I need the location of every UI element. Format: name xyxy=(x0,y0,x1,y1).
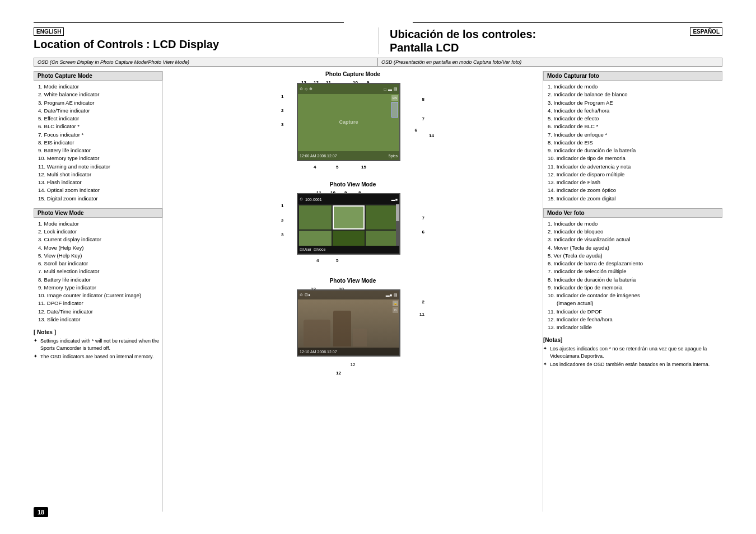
list-item: 8. EIS indicator xyxy=(38,139,162,147)
right-header: Ubicación de los controles: Pantalla LCD… xyxy=(378,27,722,54)
modo-capturar-section: Modo Capturar foto 1. Indicador de modo … xyxy=(543,71,722,203)
date-text: 12:00 AM 2006.12.07 xyxy=(300,154,337,158)
cam-icon-mem: ▤ xyxy=(394,87,398,91)
list-item: 12. Indicador de fecha/hora xyxy=(548,316,722,324)
list-item: 3. Program AE indicator xyxy=(38,99,162,107)
right-title-row: Ubicación de los controles: Pantalla LCD… xyxy=(390,27,722,54)
list-item: 5. View (Help Key) xyxy=(38,252,162,260)
note-item: The OSD indicators are based on internal… xyxy=(34,353,162,360)
list-item: 12. Multi shot indicator xyxy=(38,171,162,179)
modo-capturar-list: 1. Indicador de modo 2. Indicador de bal… xyxy=(543,83,722,203)
view-top-bar: ⊙ 100-0061 ▬■ xyxy=(298,194,399,204)
list-item: (imagen actual) xyxy=(548,299,722,307)
modo-ver-section: Modo Ver foto 1. Indicador de modo 2. In… xyxy=(543,208,722,332)
flash-indicator-item: 13. Flash indicator xyxy=(38,179,162,186)
top-border xyxy=(34,22,722,23)
view-label-v: ⊡Voce xyxy=(314,247,326,252)
notes-section: [ Notes ] Settings indicated with * will… xyxy=(34,329,162,360)
list-item: 9. Battery life indicator xyxy=(38,147,162,154)
osd-left: OSD (On Screen Display in Photo Capture … xyxy=(34,58,378,66)
ann2-5: 5 xyxy=(336,258,338,263)
osd-banner: OSD (On Screen Display in Photo Capture … xyxy=(34,58,722,67)
slide-bottom-bar: 12:10 AM 2006.12.07 xyxy=(298,348,399,355)
ann2-2: 2 xyxy=(281,218,283,223)
slide-date: 12:10 AM 2006.12.07 xyxy=(300,350,337,354)
thumb xyxy=(299,205,332,229)
screen2-block: Photo View Mode 11 10 9 8 1 2 3 7 6 xyxy=(171,181,534,260)
thumb-selected xyxy=(333,205,365,229)
ann-5: 5 xyxy=(336,165,338,170)
screen2-wrapper: 11 10 9 8 1 2 3 7 6 4 5 xyxy=(280,193,426,255)
list-item: 13. Indicador Slide xyxy=(548,324,722,331)
border-right xyxy=(413,22,723,23)
notas-section: [Notas] Los ajustes indicados con * no s… xyxy=(543,337,722,368)
notes-title: [ Notes ] xyxy=(34,329,162,335)
list-item: 11. Indicador de advertencia y nota xyxy=(548,163,722,171)
right-icons: EIS xyxy=(390,95,399,118)
list-item: 4. Date/Time indicator xyxy=(38,107,162,115)
right-title-line2: Pantalla LCD xyxy=(390,41,536,54)
view-bottom-bar: ⊡User ⊡Voce xyxy=(298,246,399,254)
page-number: 18 xyxy=(34,507,48,517)
nota-item: Los indicadores de OSD también están bas… xyxy=(543,361,722,368)
cam-bottom-bar-1: 12:00 AM 2006.12.07 5pics xyxy=(298,151,399,160)
list-item: 9. Indicador de tipo de memoria xyxy=(548,284,722,292)
ann-8: 8 xyxy=(422,97,424,102)
cam-icon-battery: ▬ xyxy=(388,87,392,91)
ann2-1: 1 xyxy=(281,203,283,208)
list-item: 11. DPOF indicator xyxy=(38,299,162,307)
ann-3: 3 xyxy=(281,122,283,127)
view-icon: ⊙ xyxy=(300,197,303,202)
eis-icon: EIS xyxy=(391,95,398,101)
right-title-line1: Ubicación de los controles: xyxy=(390,27,536,41)
view-counter: 100-0061 xyxy=(305,198,322,202)
list-item: 7. Focus indicator * xyxy=(38,131,162,139)
capture-text: Capture xyxy=(339,119,358,125)
list-item: 14. Optical zoom indicator xyxy=(38,186,162,194)
notas-title: [Notas] xyxy=(543,337,722,343)
photo-view-list: 1. Mode indicator 2. Lock indicator 3. C… xyxy=(34,220,162,324)
screen1-block: Photo Capture Mode 13 12 11 10 9 8 7 14 … xyxy=(171,71,534,167)
right-column: Modo Capturar foto 1. Indicador de modo … xyxy=(543,71,722,512)
cam-top-bar-1: ⊙ ◇ ⊕ □ ▬ ▤ xyxy=(298,84,399,94)
cam-display-1: ⊙ ◇ ⊕ □ ▬ ▤ Capture EIS xyxy=(297,83,400,161)
list-item: 13. Indicador de Flash xyxy=(548,179,722,186)
lock-icon: 🔒 xyxy=(393,301,398,306)
ann-1: 1 xyxy=(281,94,283,99)
list-item: 9. Memory type indicator xyxy=(38,284,162,292)
left-column: Photo Capture Mode 1. Mode indicator 2. … xyxy=(34,71,162,512)
list-item: 15. Indicador de zoom digital xyxy=(548,195,722,203)
dpof-icon: D xyxy=(393,307,398,313)
cam-icon-ae: ⊕ xyxy=(309,87,312,91)
list-item: 11. Warning and note indicator xyxy=(38,163,162,171)
list-item: 1. Mode indicator xyxy=(38,220,162,228)
list-item: 1. Indicador de modo xyxy=(548,83,722,91)
list-item: 7. Indicador de enfoque * xyxy=(548,131,722,139)
list-item: 14. Indicador de zoom óptico xyxy=(548,186,722,194)
slide-icon: ⊙ xyxy=(300,293,303,297)
ann-7: 7 xyxy=(422,116,424,121)
modo-ver-list: 1. Indicador de modo 2. Indicador de blo… xyxy=(543,220,722,332)
left-header: ENGLISH Location of Controls : LCD Displ… xyxy=(34,27,378,51)
cam-icon-wb: ◇ xyxy=(305,87,307,91)
header-row: ENGLISH Location of Controls : LCD Displ… xyxy=(34,27,722,54)
photo-capture-section: Photo Capture Mode 1. Mode indicator 2. … xyxy=(34,71,162,203)
scroll-thumb xyxy=(396,204,399,221)
list-item: 3. Indicador de visualización actual xyxy=(548,236,722,243)
list-item: 1. Indicador de modo xyxy=(548,220,722,228)
list-item: 2. White balance indicator xyxy=(38,91,162,99)
list-item: 2. Indicador de balance de blanco xyxy=(548,91,722,99)
screen3-label: Photo View Mode xyxy=(171,278,534,284)
scene-element xyxy=(353,329,366,346)
cam-display-3: ⊙ ⊡● ▬■ ▤ xyxy=(297,289,400,357)
center-inner: Photo Capture Mode 13 12 11 10 9 8 7 14 … xyxy=(171,71,534,371)
cam-icon-shot: □ xyxy=(384,87,386,91)
photo-capture-title: Photo Capture Mode xyxy=(34,71,162,81)
note-item: Settings indicated with * will not be re… xyxy=(34,338,162,352)
thumb xyxy=(366,205,398,229)
nota-item: Los ajustes indicados con * no se retend… xyxy=(543,345,722,359)
ann-6: 6 xyxy=(415,128,417,133)
list-item: 8. Indicador de EIS xyxy=(548,139,722,147)
list-item: 5. Indicador de efecto xyxy=(548,115,722,123)
list-item: 1. Mode indicator xyxy=(38,83,162,91)
